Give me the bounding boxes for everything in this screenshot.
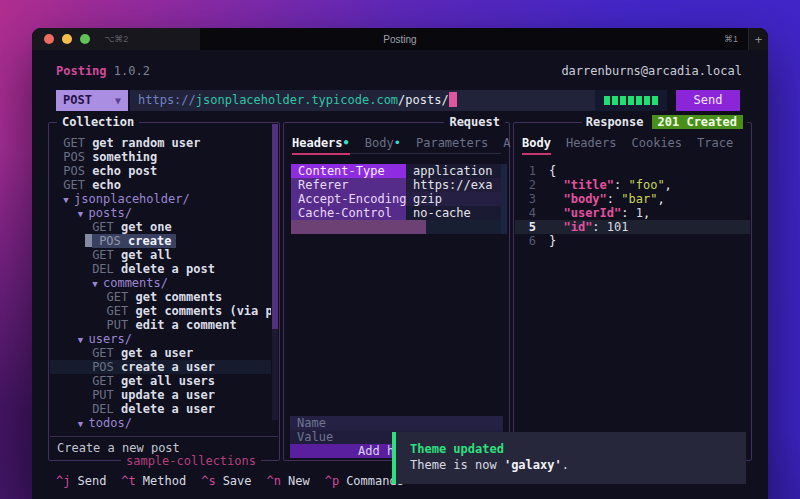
response-body-line: 6}: [515, 234, 750, 248]
tree-item[interactable]: DEL delete a post: [50, 262, 271, 276]
response-panel-title: Response: [586, 115, 644, 129]
response-panel: Response 201 Created BodyHeadersCookiesT…: [513, 122, 752, 461]
chevron-expanded-icon: ▼: [92, 279, 103, 289]
response-body-line: 1{: [515, 164, 750, 178]
line-number: 1: [522, 164, 536, 178]
tree-folder[interactable]: ▼ users/: [50, 332, 271, 346]
url-host: jsonplaceholder.typicode.com: [196, 93, 398, 107]
header-name-input[interactable]: Name: [290, 416, 503, 430]
tab-shortcut-label: ⌥⌘2: [104, 34, 128, 44]
response-tab-trace[interactable]: Trace: [697, 136, 733, 153]
tree-item[interactable]: GET get one: [50, 220, 271, 234]
chevron-down-icon: ▼: [115, 90, 121, 111]
active-terminal-tab[interactable]: ⌥⌘2: [32, 28, 200, 50]
collection-name-label: sample-collections: [121, 454, 261, 468]
response-body-line: 3 "body": "bar",: [515, 192, 750, 206]
header-row[interactable]: Refererhttps://exa: [291, 178, 501, 192]
activity-block: [620, 96, 626, 105]
request-tab-parameters[interactable]: Parameters: [416, 136, 488, 153]
toast-notification: Theme updated Theme is now 'galaxy'.: [392, 432, 746, 484]
header-name-cell: Content-Type: [291, 164, 406, 178]
main-panels: Collection GET get random user POS somet…: [48, 122, 752, 461]
tree-item[interactable]: POS echo post: [50, 164, 271, 178]
status-badge: 201 Created: [652, 115, 743, 129]
minimize-window-button[interactable]: [62, 34, 72, 44]
keybinding-new[interactable]: ^nNew: [267, 474, 310, 488]
tree-item[interactable]: GET get random user: [50, 136, 271, 150]
terminal-window: ⌥⌘2 Posting ⌘1 + Posting 1.0.2 darrenbur…: [32, 28, 768, 499]
collection-separator: [50, 436, 278, 437]
request-panel: Request Headers•Body•ParametersA Content…: [283, 122, 510, 461]
url-bar: POST ▼ https://jsonplaceholder.typicode.…: [56, 90, 740, 111]
tree-folder[interactable]: ▼ todos/: [50, 416, 271, 430]
tree-item[interactable]: GET echo: [50, 178, 271, 192]
new-tab-button[interactable]: +: [748, 28, 768, 50]
app-header: Posting 1.0.2 darrenburns@arcadia.local: [56, 64, 742, 78]
response-panel-header: Response 201 Created: [582, 115, 747, 129]
header-row[interactable]: Content-Typeapplication: [291, 164, 501, 178]
close-window-button[interactable]: [44, 34, 54, 44]
send-button[interactable]: Send: [676, 90, 740, 111]
tree-item[interactable]: GET get comments: [50, 290, 271, 304]
collection-panel: Collection GET get random user POS somet…: [48, 122, 280, 461]
chevron-expanded-icon: ▼: [78, 335, 89, 345]
line-number: 4: [522, 206, 536, 220]
header-value-cell: https://exa: [406, 178, 501, 192]
tree-folder[interactable]: ▼ jsonplaceholder/: [50, 192, 271, 206]
app-name: Posting: [56, 64, 107, 78]
keybinding-save[interactable]: ^sSave: [201, 474, 251, 488]
http-method-value: POST: [63, 90, 92, 111]
activity-block: [628, 96, 634, 105]
tree-item[interactable]: GET get all users: [50, 374, 271, 388]
tree-item[interactable]: POS create a user: [50, 360, 271, 374]
table-next-row-stub: [291, 220, 501, 234]
tree-item[interactable]: GET get all: [50, 248, 271, 262]
request-tab-body[interactable]: Body•: [365, 136, 401, 153]
response-body-line: 2 "title": "foo",: [515, 178, 750, 192]
tree-folder[interactable]: ▼ posts/: [50, 206, 271, 220]
line-number: 2: [522, 178, 536, 192]
headers-table-scrollbar[interactable]: [501, 164, 507, 234]
collection-scrollbar[interactable]: [272, 124, 278, 420]
http-method-select[interactable]: POST ▼: [56, 90, 128, 111]
header-row[interactable]: Accept-Encodinggzip: [291, 192, 501, 206]
url-scheme: https://: [138, 93, 196, 107]
chevron-expanded-icon: ▼: [78, 209, 89, 219]
request-panel-title: Request: [444, 115, 505, 129]
header-value-cell: gzip: [406, 192, 501, 206]
collection-tree: GET get random user POS something POS ec…: [50, 136, 271, 430]
keybinding-method[interactable]: ^tMethod: [121, 474, 186, 488]
tree-cursor: [85, 234, 92, 247]
tree-folder[interactable]: ▼ comments/: [50, 276, 271, 290]
posting-app: Posting 1.0.2 darrenburns@arcadia.local …: [32, 50, 768, 499]
activity-block: [652, 96, 658, 105]
collection-scrollbar-thumb[interactable]: [272, 124, 278, 329]
response-tab-body[interactable]: Body: [522, 136, 551, 153]
tree-item[interactable]: DEL delete a user: [50, 402, 271, 416]
response-tab-headers[interactable]: Headers: [566, 136, 617, 153]
zoom-window-button[interactable]: [80, 34, 90, 44]
response-body-viewer[interactable]: 1{2 "title": "foo",3 "body": "bar",4 "us…: [515, 164, 750, 248]
keybinding-send[interactable]: ^jSend: [56, 474, 106, 488]
chevron-expanded-icon: ▼: [63, 195, 74, 205]
chevron-expanded-icon: ▼: [78, 419, 89, 429]
tree-item[interactable]: GET get comments (via p: [50, 304, 271, 318]
header-value-cell: no-cache: [406, 206, 501, 220]
tree-item[interactable]: POS create: [50, 234, 271, 248]
response-tab-cookies[interactable]: Cookies: [631, 136, 682, 153]
app-version: 1.0.2: [114, 64, 150, 78]
user-host: darrenburns@arcadia.local: [561, 64, 742, 78]
tree-item[interactable]: POS something: [50, 150, 271, 164]
tree-item[interactable]: PUT edit a comment: [50, 318, 271, 332]
request-tab-a[interactable]: A: [503, 136, 510, 153]
request-tab-headers[interactable]: Headers•: [292, 136, 350, 153]
url-input[interactable]: https://jsonplaceholder.typicode.com/pos…: [130, 90, 595, 111]
activity-block: [604, 96, 610, 105]
collection-panel-title: Collection: [57, 115, 139, 129]
activity-block: [636, 96, 642, 105]
tree-item[interactable]: PUT update a user: [50, 388, 271, 402]
toast-title: Theme updated: [410, 441, 746, 457]
header-row[interactable]: Cache-Controlno-cache: [291, 206, 501, 220]
tree-item[interactable]: GET get a user: [50, 346, 271, 360]
response-body-line: 4 "userId": 1,: [515, 206, 750, 220]
